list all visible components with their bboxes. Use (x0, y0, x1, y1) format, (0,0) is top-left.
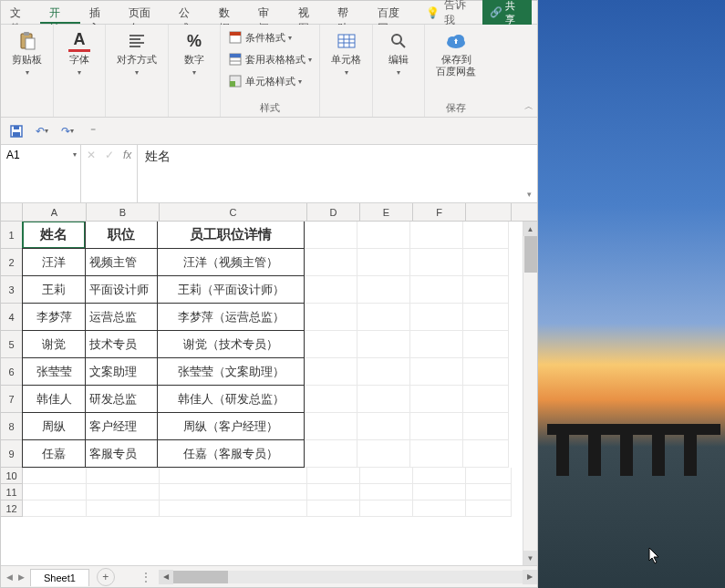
clipboard-button[interactable]: 剪贴板▾ (8, 28, 46, 79)
cell-G7[interactable] (463, 386, 509, 413)
share-button[interactable]: 🔗 共享 (482, 0, 532, 28)
cell-D8[interactable] (305, 413, 357, 440)
row-header-9[interactable]: 9 (1, 440, 23, 468)
cell-G6[interactable] (463, 358, 509, 386)
tab-view[interactable]: 视图 (289, 1, 328, 24)
fx-button[interactable]: fx (123, 149, 131, 161)
cell-F5[interactable] (410, 331, 463, 358)
number-button[interactable]: % 数字▾ (176, 28, 212, 79)
cell-B8[interactable]: 客户经理 (85, 412, 158, 440)
formula-input[interactable]: 姓名 (138, 145, 521, 202)
row-header-2[interactable]: 2 (1, 249, 23, 276)
cell-D12[interactable] (307, 500, 360, 517)
cell-F6[interactable] (410, 358, 463, 386)
cell-E8[interactable] (357, 413, 410, 440)
cell-D9[interactable] (305, 440, 357, 468)
cell-G2[interactable] (463, 249, 509, 276)
tab-insert[interactable]: 插入 (80, 1, 119, 24)
cell-E7[interactable] (357, 386, 410, 413)
cell-E12[interactable] (360, 500, 413, 517)
cell-F4[interactable] (410, 304, 463, 331)
cell-D3[interactable] (305, 276, 357, 304)
cell-F7[interactable] (410, 386, 463, 413)
tab-page-layout[interactable]: 页面布 (119, 1, 170, 24)
cell-G3[interactable] (463, 276, 509, 304)
cell-D11[interactable] (307, 484, 360, 500)
scroll-right-button[interactable]: ▶ (523, 570, 537, 584)
expand-formula-bar-button[interactable]: ▾ (521, 145, 537, 202)
row-header-12[interactable]: 12 (1, 500, 23, 517)
cell-F2[interactable] (410, 249, 463, 276)
sheet-nav-next[interactable]: ▶ (18, 573, 25, 582)
tab-help[interactable]: 帮助 (328, 1, 368, 24)
column-header-C[interactable]: C (160, 203, 307, 221)
conditional-format-button[interactable]: 条件格式 ▾ (228, 28, 292, 46)
scroll-left-button[interactable]: ◀ (159, 570, 173, 584)
row-header-3[interactable]: 3 (1, 276, 23, 304)
cell-B5[interactable]: 技术专员 (85, 330, 158, 358)
cell-C8[interactable]: 周纵（客户经理） (157, 412, 305, 440)
row-header-1[interactable]: 1 (1, 222, 23, 249)
cell-styles-button[interactable]: 单元格样式 ▾ (228, 72, 302, 90)
cell-C5[interactable]: 谢觉（技术专员） (157, 330, 305, 358)
cell-A6[interactable]: 张莹莹 (22, 357, 86, 386)
cell-C9[interactable]: 任嘉（客服专员） (157, 439, 305, 468)
cell-B7[interactable]: 研发总监 (85, 385, 158, 413)
cell-B12[interactable] (87, 500, 160, 517)
cell-G11[interactable] (466, 484, 512, 500)
cell-G5[interactable] (463, 331, 509, 358)
column-header-E[interactable]: E (360, 203, 413, 221)
row-header-11[interactable]: 11 (1, 484, 23, 500)
row-header-8[interactable]: 8 (1, 413, 23, 440)
tab-data[interactable]: 数据 (210, 1, 249, 24)
collapse-ribbon-button[interactable]: ︿ (524, 100, 533, 113)
cell-G8[interactable] (463, 413, 509, 440)
cell-A11[interactable] (23, 484, 87, 500)
cell-B9[interactable]: 客服专员 (85, 439, 158, 468)
cell-E5[interactable] (357, 331, 410, 358)
add-sheet-button[interactable]: + (97, 568, 115, 586)
undo-button[interactable]: ↶ ▾ (34, 123, 50, 139)
cell-B11[interactable] (87, 484, 160, 500)
cell-A5[interactable]: 谢觉 (22, 330, 86, 358)
cell-A4[interactable]: 李梦萍 (22, 303, 86, 331)
cell-D5[interactable] (305, 331, 357, 358)
editing-button[interactable]: 编辑▾ (380, 28, 417, 79)
redo-button[interactable]: ↷ ▾ (59, 123, 76, 139)
cell-C7[interactable]: 韩佳人（研发总监） (157, 385, 305, 413)
tell-me-search[interactable]: 💡 告诉我 (419, 1, 483, 24)
sheet-tab-sheet1[interactable]: Sheet1 (30, 569, 89, 586)
tab-file[interactable]: 文件 (1, 1, 40, 24)
cell-C6[interactable]: 张莹莹（文案助理） (157, 357, 305, 386)
table-format-button[interactable]: 套用表格格式 ▾ (228, 50, 312, 68)
tab-home[interactable]: 开始 (40, 1, 79, 24)
cell-E9[interactable] (357, 440, 410, 468)
cell-C10[interactable] (160, 468, 307, 484)
cell-A10[interactable] (23, 468, 87, 484)
confirm-button[interactable]: ✓ (105, 149, 114, 161)
row-header-6[interactable]: 6 (1, 358, 23, 386)
cell-D7[interactable] (305, 386, 357, 413)
cell-F9[interactable] (410, 440, 463, 468)
cell-E4[interactable] (357, 304, 410, 331)
row-header-5[interactable]: 5 (1, 331, 23, 358)
cell-F10[interactable] (413, 468, 466, 484)
cell-E3[interactable] (357, 276, 410, 304)
vertical-scrollbar[interactable]: ▲ ▼ (523, 222, 537, 565)
row-header-7[interactable]: 7 (1, 386, 23, 413)
cell-A7[interactable]: 韩佳人 (22, 385, 86, 413)
cell-A8[interactable]: 周纵 (22, 412, 86, 440)
cell-F3[interactable] (410, 276, 463, 304)
scroll-thumb[interactable] (524, 236, 537, 273)
column-header-B[interactable]: B (87, 203, 160, 221)
qat-customize-button[interactable]: ⁼ (85, 123, 101, 139)
dropdown-icon[interactable]: ▾ (73, 150, 77, 159)
cell-B6[interactable]: 文案助理 (85, 357, 158, 386)
cell-C12[interactable] (160, 500, 307, 517)
select-all-corner[interactable] (1, 203, 23, 221)
alignment-button[interactable]: 对齐方式▾ (113, 28, 161, 79)
cell-B3[interactable]: 平面设计师 (85, 275, 158, 304)
column-header-A[interactable]: A (23, 203, 87, 221)
cell-D2[interactable] (305, 249, 357, 276)
tab-formulas[interactable]: 公式 (170, 1, 209, 24)
